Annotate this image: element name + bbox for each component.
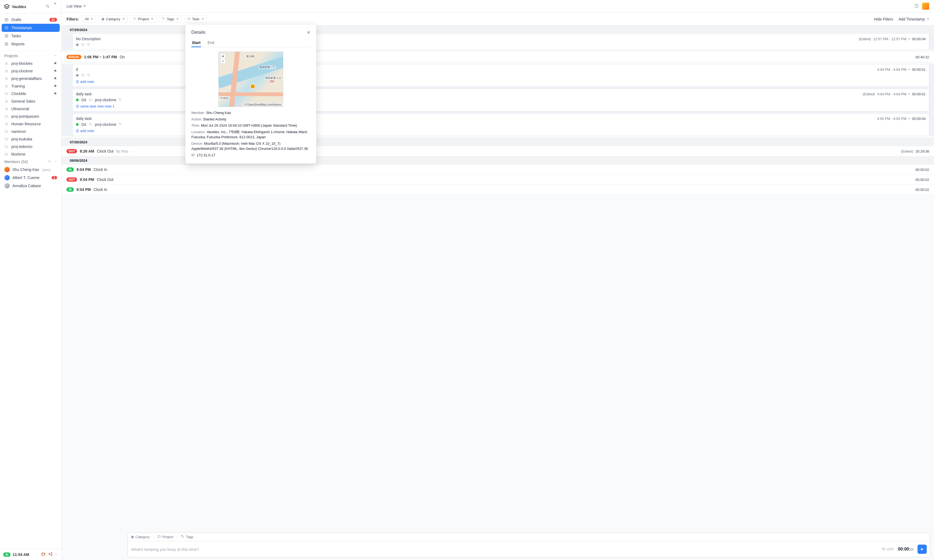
category-dot xyxy=(76,43,79,46)
help-icon[interactable] xyxy=(914,3,919,9)
member-item[interactable]: Shu Cheng Kao(you) xyxy=(2,166,60,174)
chevron-up-icon[interactable] xyxy=(55,552,58,557)
project-item[interactable]: proj-tedorizo xyxy=(2,143,60,151)
project-item[interactable]: naminori xyxy=(2,128,60,135)
project-item[interactable]: proj-generalaffairs xyxy=(2,75,60,82)
filter-tags[interactable]: Tags xyxy=(159,15,181,23)
user-avatar[interactable] xyxy=(922,3,929,10)
duration: 00:00:02 xyxy=(915,178,929,182)
project-item[interactable]: proj-blockies xyxy=(2,60,60,67)
clock-row[interactable]: OUT 9:04 PM Clock Out 00:00:02 xyxy=(62,175,934,185)
project-item[interactable]: ClockMe xyxy=(2,90,60,97)
folder-icon xyxy=(133,17,136,21)
hide-filters-link[interactable]: Hide Filters xyxy=(874,17,893,22)
add-timestamp-button[interactable]: Add Timestamp xyxy=(898,17,929,22)
tag-icon xyxy=(87,73,91,77)
star-icon[interactable] xyxy=(54,84,57,88)
zoom-out-button[interactable]: − xyxy=(221,58,225,63)
compose-tags[interactable]: Tags xyxy=(181,535,197,539)
dropdown-icon xyxy=(83,5,86,7)
time-range: 1:06 PM ~ 1:47 PM xyxy=(84,55,117,59)
composer: Category Project Tags OFF 00:00:00 xyxy=(128,532,930,557)
svg-marker-36 xyxy=(921,548,923,550)
project-item[interactable]: proj-clockme xyxy=(2,67,60,75)
lock-icon xyxy=(4,107,9,111)
duration: 00:00:04 xyxy=(912,37,926,41)
member-item[interactable]: Albert T. Cueme1 xyxy=(2,174,60,182)
project-item[interactable]: General Sales xyxy=(2,97,60,105)
duration: 00:00:01 xyxy=(912,92,926,96)
search-icon[interactable] xyxy=(45,3,51,10)
duration: 00:00:04 xyxy=(912,117,926,121)
project-item[interactable]: blockme xyxy=(2,151,60,158)
tab-end[interactable]: End xyxy=(207,39,215,47)
duration: 20:29:36 xyxy=(915,149,929,153)
sidebar-dropdown-icon[interactable] xyxy=(53,3,57,10)
star-icon[interactable] xyxy=(54,61,57,66)
close-icon[interactable]: ✕ xyxy=(307,30,310,35)
task-icon xyxy=(187,17,190,21)
activity-input[interactable] xyxy=(131,547,879,552)
billable-toggle[interactable]: OFF xyxy=(882,547,894,551)
nav-label: Reports xyxy=(11,42,25,46)
folder-icon xyxy=(81,43,85,47)
topbar: List View xyxy=(62,0,934,13)
map-marker-icon xyxy=(250,84,255,89)
map-label: 博多駅東一丁 xyxy=(259,65,276,69)
report-icon xyxy=(4,42,9,46)
clock-out-icon[interactable] xyxy=(48,552,53,557)
clock-row[interactable]: IN 9:04 PM Clock In 00:00:02 xyxy=(62,165,934,175)
project-item[interactable]: proj-tsukuba xyxy=(2,135,60,143)
clock-row[interactable]: IN 9:04 PM Clock In 00:00:02 xyxy=(62,185,934,195)
members-header[interactable]: Members (54) xyxy=(2,158,60,166)
project-label: General Sales xyxy=(11,99,36,103)
project-item[interactable]: Training xyxy=(2,82,60,90)
card-title: No Description xyxy=(76,37,101,41)
nav-tasks[interactable]: Tasks xyxy=(2,32,60,40)
star-icon[interactable] xyxy=(54,69,57,73)
member-item[interactable]: Annaliza Cabase xyxy=(2,182,60,190)
section-title: Members (54) xyxy=(4,160,28,164)
status-pill-in: IN xyxy=(3,552,11,557)
category-dot xyxy=(76,123,79,126)
map-label: 203 xyxy=(269,80,275,83)
filter-category[interactable]: Category xyxy=(99,15,128,23)
nav-timestamps[interactable]: Timestamps xyxy=(2,24,60,32)
time-span: 4:04 PM - 4:04 PM xyxy=(877,68,906,72)
compose-category[interactable]: Category xyxy=(131,535,154,539)
svg-point-30 xyxy=(120,99,120,99)
tab-start[interactable]: Start xyxy=(191,39,201,47)
info-value: Mozilla/5.0 (Macintosh; Intel Mac OS X 1… xyxy=(191,142,308,151)
sort-icon[interactable] xyxy=(48,160,51,164)
filter-all[interactable]: All xyxy=(82,15,96,23)
filter-project[interactable]: Project xyxy=(130,15,156,23)
project-item[interactable]: proj-pointpasses xyxy=(2,112,60,120)
break-icon[interactable] xyxy=(41,552,46,557)
chevron-down-icon[interactable] xyxy=(54,160,57,164)
lock-icon xyxy=(4,100,9,103)
nav-reports[interactable]: Reports xyxy=(2,40,60,48)
project-label: Training xyxy=(11,84,25,88)
folder-icon xyxy=(4,145,9,148)
star-icon[interactable] xyxy=(54,92,57,96)
info-value: Shu Cheng Kao xyxy=(206,111,231,115)
nav-drafts[interactable]: Drafts 21 xyxy=(2,16,60,24)
map-zoom: + − xyxy=(220,54,225,64)
you-label: (you) xyxy=(42,168,51,172)
nav-label: Drafts xyxy=(11,18,22,22)
star-icon[interactable] xyxy=(54,76,57,81)
map-widget[interactable]: + − 東光橋 博多駅東一丁 博多駅東入口 203 中央街 © OpenStre… xyxy=(218,52,283,107)
view-selector[interactable]: List View xyxy=(66,4,86,8)
duration: 00:00:01 xyxy=(912,68,926,72)
project-item[interactable]: Ultrasocial xyxy=(2,105,60,112)
compose-project[interactable]: Project xyxy=(157,535,177,539)
zoom-in-button[interactable]: + xyxy=(221,54,225,58)
svg-marker-10 xyxy=(54,69,57,72)
row-title: Clock In xyxy=(94,168,107,172)
folder-icon xyxy=(81,73,85,77)
lock-icon xyxy=(4,122,9,126)
project-item[interactable]: Human Resource xyxy=(2,120,60,128)
start-timer-button[interactable] xyxy=(917,545,927,554)
projects-header[interactable]: Projects xyxy=(2,52,60,60)
filter-task[interactable]: Task xyxy=(184,15,207,23)
